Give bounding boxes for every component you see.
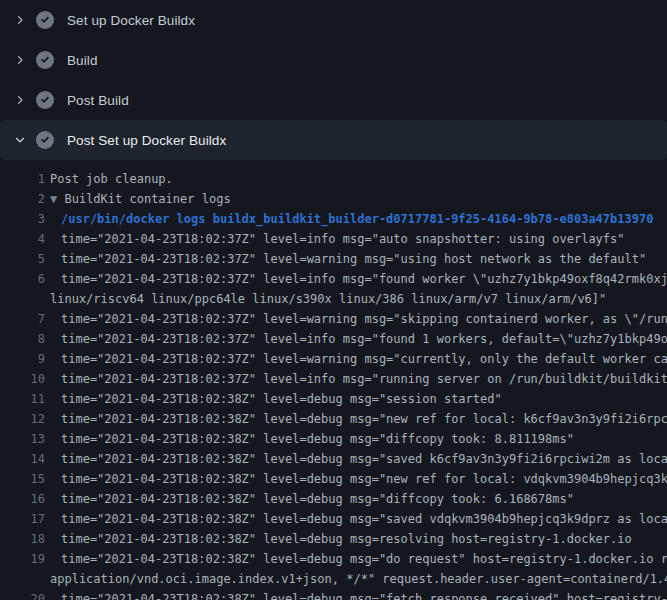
log-line-number[interactable]: 8 (0, 329, 45, 349)
log-line: 18 time="2021-04-23T18:02:38Z" level=deb… (0, 529, 667, 549)
log-message: time="2021-04-23T18:02:37Z" level=info m… (61, 332, 667, 346)
log-line-number[interactable]: 7 (0, 309, 45, 329)
log-line-number[interactable]: 12 (0, 409, 45, 429)
log-line-text: time="2021-04-23T18:02:38Z" level=debug … (45, 409, 667, 429)
step-label: Build (67, 53, 98, 68)
log-line: 11 time="2021-04-23T18:02:38Z" level=deb… (0, 389, 667, 409)
log-line: application/vnd.oci.image.index.v1+json,… (0, 569, 667, 589)
log-message: time="2021-04-23T18:02:38Z" level=debug … (61, 512, 667, 526)
log-message: time="2021-04-23T18:02:38Z" level=debug … (61, 452, 667, 466)
step-label: Set up Docker Buildx (67, 13, 195, 28)
log-line-number[interactable] (0, 289, 45, 309)
step-label: Post Set up Docker Buildx (67, 133, 226, 148)
log-line-number[interactable]: 17 (0, 509, 45, 529)
log-line-number[interactable]: 18 (0, 529, 45, 549)
log-message: application/vnd.oci.image.index.v1+json,… (50, 572, 667, 586)
log-message: time="2021-04-23T18:02:37Z" level=warnin… (61, 352, 667, 366)
log-message: time="2021-04-23T18:02:38Z" level=debug … (61, 532, 632, 546)
log-line-text: time="2021-04-23T18:02:37Z" level=warnin… (45, 349, 667, 369)
log-line-text: application/vnd.oci.image.index.v1+json,… (45, 569, 667, 589)
log-line: 13 time="2021-04-23T18:02:38Z" level=deb… (0, 429, 667, 449)
log-line-text: time="2021-04-23T18:02:38Z" level=debug … (45, 469, 667, 489)
step-row-set-up-docker-buildx[interactable]: Set up Docker Buildx (0, 0, 667, 40)
log-line-number[interactable]: 16 (0, 489, 45, 509)
log-message: Post job cleanup. (50, 172, 173, 186)
step-row-post-set-up-docker-buildx[interactable]: Post Set up Docker Buildx (0, 120, 667, 160)
step-label: Post Build (67, 93, 129, 108)
log-viewer: 1 Post job cleanup. 2 ▼ BuildKit contain… (0, 160, 667, 600)
log-line-number[interactable]: 1 (0, 169, 45, 189)
chevron-right-icon (12, 12, 28, 28)
log-line-text: time="2021-04-23T18:02:38Z" level=debug … (45, 389, 502, 409)
log-line-number[interactable] (0, 569, 45, 589)
log-line-number[interactable]: 14 (0, 449, 45, 469)
step-list: Set up Docker Buildx Build Post Build (0, 0, 667, 160)
log-message: time="2021-04-23T18:02:38Z" level=debug … (61, 432, 574, 446)
chevron-down-icon (12, 132, 28, 148)
log-line: 20 time="2021-04-23T18:02:38Z" level=deb… (0, 589, 667, 600)
step-row-build[interactable]: Build (0, 40, 667, 80)
check-circle-icon (36, 51, 54, 69)
log-line-text: time="2021-04-23T18:02:38Z" level=debug … (45, 509, 667, 529)
log-line-text: Post job cleanup. (45, 169, 173, 189)
log-message: time="2021-04-23T18:02:38Z" level=debug … (61, 392, 502, 406)
log-line: 2 ▼ BuildKit container logs (0, 189, 667, 209)
log-line-text: time="2021-04-23T18:02:37Z" level=info m… (45, 229, 625, 249)
check-circle-icon (36, 91, 54, 109)
log-line: linux/riscv64 linux/ppc64le linux/s390x … (0, 289, 667, 309)
log-line-number[interactable]: 20 (0, 589, 45, 600)
log-line-text: /usr/bin/docker logs buildx_buildkit_bui… (45, 209, 653, 229)
log-line-text: time="2021-04-23T18:02:38Z" level=debug … (45, 549, 667, 569)
log-line-number[interactable]: 9 (0, 349, 45, 369)
check-circle-icon (36, 131, 54, 149)
log-message: time="2021-04-23T18:02:37Z" level=info m… (61, 272, 667, 286)
log-line: 3 /usr/bin/docker logs buildx_buildkit_b… (0, 209, 667, 229)
log-line-number[interactable]: 2 (0, 189, 45, 209)
log-message: time="2021-04-23T18:02:38Z" level=debug … (61, 412, 667, 426)
log-line-number[interactable]: 13 (0, 429, 45, 449)
log-line: 16 time="2021-04-23T18:02:38Z" level=deb… (0, 489, 667, 509)
log-line: 1 Post job cleanup. (0, 169, 667, 189)
log-line-text: time="2021-04-23T18:02:38Z" level=debug … (45, 449, 667, 469)
log-message: BuildKit container logs (64, 192, 230, 206)
log-line: 8 time="2021-04-23T18:02:37Z" level=info… (0, 329, 667, 349)
log-line: 4 time="2021-04-23T18:02:37Z" level=info… (0, 229, 667, 249)
log-line-number[interactable]: 3 (0, 209, 45, 229)
log-message: time="2021-04-23T18:02:37Z" level=warnin… (61, 252, 646, 266)
log-line-number[interactable]: 4 (0, 229, 45, 249)
log-line: 17 time="2021-04-23T18:02:38Z" level=deb… (0, 509, 667, 529)
log-message: time="2021-04-23T18:02:37Z" level=info m… (61, 372, 667, 386)
log-line: 19 time="2021-04-23T18:02:38Z" level=deb… (0, 549, 667, 569)
log-line: 9 time="2021-04-23T18:02:37Z" level=warn… (0, 349, 667, 369)
log-message: time="2021-04-23T18:02:38Z" level=debug … (61, 552, 667, 566)
log-line-text: time="2021-04-23T18:02:38Z" level=debug … (45, 529, 632, 549)
log-line-text: time="2021-04-23T18:02:37Z" level=warnin… (45, 309, 667, 329)
log-line-number[interactable]: 5 (0, 249, 45, 269)
triangle-down-icon[interactable]: ▼ (50, 192, 64, 206)
log-line: 5 time="2021-04-23T18:02:37Z" level=warn… (0, 249, 667, 269)
log-line-number[interactable]: 19 (0, 549, 45, 569)
log-message: time="2021-04-23T18:02:38Z" level=debug … (61, 472, 667, 486)
log-line-number[interactable]: 10 (0, 369, 45, 389)
log-line: 14 time="2021-04-23T18:02:38Z" level=deb… (0, 449, 667, 469)
log-line-text: time="2021-04-23T18:02:37Z" level=info m… (45, 269, 667, 289)
log-message: linux/riscv64 linux/ppc64le linux/s390x … (50, 292, 606, 306)
log-line-text: time="2021-04-23T18:02:38Z" level=debug … (45, 489, 574, 509)
step-row-post-build[interactable]: Post Build (0, 80, 667, 120)
log-line-text: time="2021-04-23T18:02:38Z" level=debug … (45, 589, 667, 600)
check-circle-icon (36, 11, 54, 29)
chevron-right-icon (12, 52, 28, 68)
log-line: 12 time="2021-04-23T18:02:38Z" level=deb… (0, 409, 667, 429)
log-message: time="2021-04-23T18:02:38Z" level=debug … (61, 592, 667, 600)
log-line-text: ▼ BuildKit container logs (45, 189, 231, 209)
log-line: 15 time="2021-04-23T18:02:38Z" level=deb… (0, 469, 667, 489)
log-line: 10 time="2021-04-23T18:02:37Z" level=inf… (0, 369, 667, 389)
log-message: /usr/bin/docker logs buildx_buildkit_bui… (61, 212, 653, 226)
log-line-text: time="2021-04-23T18:02:38Z" level=debug … (45, 429, 574, 449)
log-message: time="2021-04-23T18:02:37Z" level=info m… (61, 232, 625, 246)
log-line-number[interactable]: 15 (0, 469, 45, 489)
log-line-number[interactable]: 6 (0, 269, 45, 289)
log-message: time="2021-04-23T18:02:37Z" level=warnin… (61, 312, 667, 326)
chevron-right-icon (12, 92, 28, 108)
log-line-number[interactable]: 11 (0, 389, 45, 409)
